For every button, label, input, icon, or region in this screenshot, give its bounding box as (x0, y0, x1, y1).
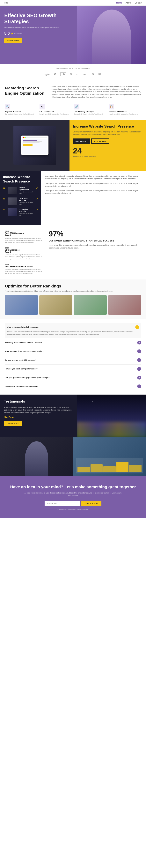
testimonials-right (77, 395, 146, 437)
faq-question-1: What is SEO and why is it important? (7, 326, 134, 328)
feature-title-2: SEO Optimization (39, 111, 72, 113)
faq-icon-7[interactable]: + (137, 384, 141, 388)
feature-icon-1: 🔍 (5, 104, 10, 110)
testimonials-cta-button[interactable]: LEARN MORE (4, 421, 22, 426)
faq-icon-6[interactable]: + (137, 376, 141, 379)
testimonials-section: Testimonials At enim ouis et accumsan et… (0, 395, 146, 437)
optimize-title: Optimize for Better Rankings (5, 284, 141, 288)
service-img-1 (8, 187, 17, 194)
feature-desc-3: Sample text. Click to select the Text El… (74, 113, 107, 115)
sp-hands-bg (13, 126, 56, 165)
increase-right: Lorem ipsum dolor sit amet, consectetur … (41, 170, 146, 225)
hero-cta-button[interactable]: LEARN MORE (4, 38, 22, 43)
satisfaction-desc: Lorem ipsum dolor sit amet, consectetur … (49, 244, 141, 249)
testimonials-title: Testimonials (4, 399, 73, 404)
partner-logo-2: ⚙ (54, 73, 56, 76)
testimonials-quote: At enim ouis et accumsan et ot Articulo.… (4, 406, 73, 414)
sp-description: Lorem ipsum dolor sit amet, consectetur … (73, 131, 143, 136)
sp-stat: 24 Years of full-of-Tribe & experience (73, 147, 143, 157)
hero-reviews: 45 reviews (14, 33, 22, 34)
increase-desc-3: Lorem ipsum dolor sit amet, consectetur … (45, 189, 142, 195)
mastering-right: Lorem ipsum dolor sit amet, consectetur … (52, 85, 141, 98)
sp-buttons: HOW CONTACT HOW WE WORK (73, 138, 143, 144)
faq-item-3[interactable]: What services does your SEO agency offer… (5, 347, 141, 356)
service-text-1: Content Optimization Lorem ipsum dolor s… (19, 187, 34, 195)
faq-icon-4[interactable]: + (137, 358, 141, 362)
service-title-2: Local SEO Services (19, 197, 34, 202)
faq-row-1: What is SEO and why is it important? − (7, 325, 139, 329)
faq-icon-1[interactable]: − (135, 325, 139, 329)
nav-contact[interactable]: Contact (135, 2, 142, 4)
award-desc-1: Lorem est accumsan et justo duis dolore … (5, 237, 44, 243)
hero-person-silhouette (92, 9, 131, 64)
increase-left: Increase Website Search Presence 01 Cont… (0, 170, 41, 225)
award-subtitle-1: Award (5, 234, 44, 237)
service-item-3: 03 Competitor Analysis Lorem ipsum dolor… (3, 208, 38, 217)
person-right (73, 437, 146, 476)
cta-title: Have an idea in your mind? Let's make so… (5, 484, 141, 489)
cta-input[interactable] (45, 501, 80, 506)
faq-item-6[interactable]: Can you guarantee first-page rankings on… (5, 373, 141, 382)
faq-icon-5[interactable]: + (137, 367, 141, 371)
hero-content: Effective SEO Growth Strategies Sed vita… (0, 6, 77, 64)
faq-item-5[interactable]: How do you track SEO performance? + (5, 365, 141, 373)
feature-desc-1: Sample text. Click to select the Text El… (5, 113, 37, 115)
nav-links: Home About Contact (116, 2, 142, 4)
faq-question-2: How long does it take to see SEO results… (5, 341, 136, 344)
cta-description: At enim ouis et accumsan et justo duis d… (24, 492, 122, 497)
award-year-3: 2024 (5, 264, 44, 266)
features-grid: 🔍 Keyword Research Sample text. Click to… (0, 104, 146, 120)
search-presence-banner: Increase Website Search Presence Lorem i… (0, 120, 146, 170)
service-title-3: Competitor Analysis (19, 208, 34, 212)
cta-section: Have an idea in your mind? Let's make so… (0, 476, 146, 518)
partner-logo-3: HD (60, 72, 66, 76)
faq-item-7[interactable]: How do you handle algorithm updates? + (5, 382, 141, 391)
optimize-img-2 (39, 295, 72, 315)
optimize-img-3 (74, 295, 107, 315)
testimonials-author: Nika Parson (4, 416, 73, 418)
hero-score: 5.0 (4, 31, 10, 36)
award-title-1: Best SEO Campaign (5, 232, 44, 234)
optimize-img-4 (108, 295, 141, 315)
faq-question-7: How do you handle algorithm updates? (5, 385, 136, 388)
nav-home[interactable]: Home (116, 2, 122, 4)
award-item-1: 2016 Best SEO Campaign Award Lorem est a… (5, 230, 44, 243)
feature-item-1: 🔍 Keyword Research Sample text. Click to… (5, 104, 37, 115)
faq-question-4: Do you provide local SEO services? (5, 359, 136, 361)
sp-left (0, 120, 69, 170)
sp-howwework-button[interactable]: HOW WE WORK (91, 138, 109, 144)
optimize-images (5, 295, 141, 315)
award-subtitle-2: Award (5, 251, 44, 253)
partner-logo-8: ℝ𝕌 (98, 73, 103, 76)
hero-description: Sed vitae lexa gutenberg, no eo efficitu… (4, 27, 73, 29)
feature-title-1: Keyword Research (5, 111, 37, 113)
award-item-2: 2020 SEO Excellence Award Lorem est accu… (5, 247, 44, 260)
sp-screen-illustration (13, 126, 56, 165)
feature-item-2: ⚙ SEO Optimization Sample text. Click to… (39, 104, 72, 115)
award-year-1: 2016 (5, 230, 44, 232)
service-num-3: 03 (3, 208, 6, 211)
faq-item-1[interactable]: What is SEO and why is it important? − A… (5, 323, 141, 338)
award-item-3: 2024 Best SEO Performance Award Lorem es… (5, 264, 44, 275)
awards-right: 97% CUSTOMER SATISFACTION AND STRATEGICA… (49, 230, 141, 275)
person-silhouette (25, 441, 48, 476)
service-desc-2: Lorem ipsum dolor sit amet. (19, 202, 34, 206)
sp-screen-content (22, 139, 47, 154)
feature-title-4: Technical SEO Audits (109, 111, 141, 113)
service-num-2: 02 (3, 197, 6, 200)
faq-icon-2[interactable]: + (137, 341, 141, 344)
service-arrow-3: ↗ (36, 208, 38, 211)
nav-about[interactable]: About (125, 2, 131, 4)
faq-answer-1: Answer: Lorem ipsum dolor sit amet, cons… (7, 331, 139, 335)
faq-item-4[interactable]: Do you provide local SEO services? + (5, 356, 141, 365)
sp-contact-button[interactable]: HOW CONTACT (73, 138, 90, 144)
cta-submit-button[interactable]: CONTACT NOW (81, 501, 101, 506)
awards-section: 2016 Best SEO Campaign Award Lorem est a… (0, 225, 146, 279)
optimize-description: At enim ouis et accumsan et justo duis d… (5, 290, 141, 292)
faq-icon-3[interactable]: + (137, 349, 141, 353)
cta-form: CONTACT NOW (5, 501, 141, 506)
hero-star: ★ (11, 32, 13, 35)
mastering-title: Mastering Search Engine Optimization (5, 85, 48, 96)
faq-item-2[interactable]: How long does it take to see SEO results… (5, 338, 141, 347)
service-desc-3: Lorem ipsum dolor sit amet. (19, 213, 34, 217)
